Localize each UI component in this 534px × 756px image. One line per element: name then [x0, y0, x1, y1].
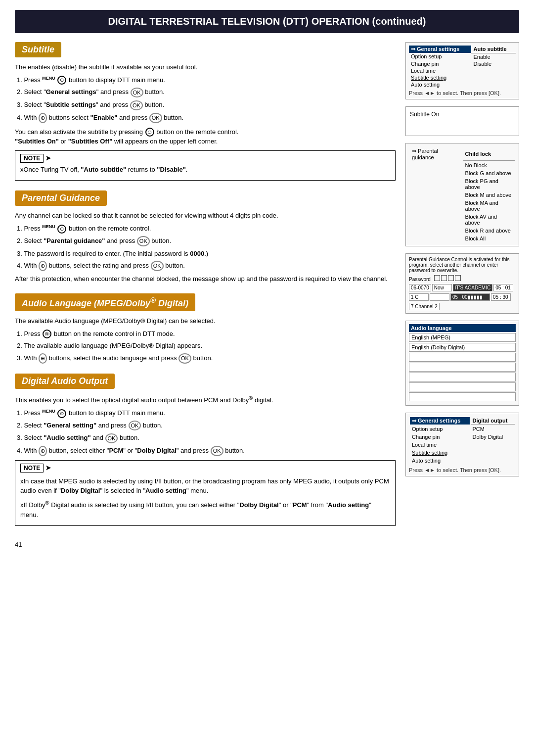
updown-icon-2: ⊕ [39, 261, 47, 271]
channel-7: 7 Channel 2 [409, 303, 440, 310]
disable-cell: Disable [471, 60, 516, 67]
left-column: Subtitle The enables (disable) the subti… [15, 42, 396, 536]
password-row: Password [409, 275, 516, 282]
subtitle-menu-caption: Press ◄► to select. Then press [OK]. [409, 90, 516, 96]
block-av-cell: Block AV and above [463, 213, 515, 226]
parental-menu-ui: ⇒ Parental guidance Child lock No Block … [405, 143, 519, 246]
ok-icon-9: OK [211, 446, 223, 456]
password-squares [434, 275, 461, 281]
block-ma-cell: Block MA and above [463, 199, 515, 212]
auto-setting-cell: Auto setting [409, 81, 471, 88]
digital-note-box: NOTE ➤ xIn case that MPEG audio is selec… [15, 460, 396, 526]
digital-output-table: ⇒ General settings Digital output Option… [409, 416, 516, 465]
subtitle-section: Subtitle The enables (disable) the subti… [15, 42, 396, 181]
ok-icon-7: OK [129, 421, 141, 431]
local-time-cell-2: Local time [410, 441, 470, 448]
audio-lang-dolby: English (Dolby Digital) [409, 343, 516, 352]
change-pin-cell: Change pin [409, 60, 471, 67]
menu-button-icon: ⊙ [57, 76, 66, 85]
channel-time-1: 05 : 01 [493, 284, 513, 291]
digital-step-3: 3. Select "Audio setting" and OK button. [15, 433, 396, 443]
block-pg-cell: Block PG and above [463, 178, 515, 190]
ok-icon-8: OK [105, 433, 118, 444]
block-m-cell: Block M and above [463, 191, 515, 198]
digital-step-4: 4. With ⊕ button, select either "PCM" or… [15, 446, 396, 456]
right-column: ⇒ General settings Auto subtitle Option … [405, 42, 519, 536]
digital-note-1: xIn case that MPEG audio is selected by … [20, 476, 390, 496]
dolby-digital-cell: Dolby Digital [471, 433, 515, 440]
no-block-cell: No Block [463, 162, 515, 169]
enable-cell: Enable [471, 53, 516, 60]
block-all-cell: Block All [463, 235, 515, 242]
digital-output-box: ⇒ General settings Digital output Option… [405, 413, 519, 476]
subtitle-steps: 1. Press MENU ⊙ button to display DTT ma… [15, 75, 396, 123]
digital-output-caption: Press ◄► to select. Then press [OK]. [409, 467, 516, 473]
option-setup-cell-2: Option setup [410, 425, 470, 432]
option-setup-cell: Option setup [409, 53, 471, 60]
change-pin-cell-2: Change pin [410, 433, 470, 440]
subtitle-on-text: Subtitle On [410, 111, 439, 118]
audio-lang-mpeg: English (MPEG) [409, 333, 516, 342]
pass-sq-3 [448, 275, 454, 281]
local-time-cell: Local time [409, 67, 471, 74]
digital-note-2: xIf Dolby® Digital audio is selected by … [20, 499, 390, 520]
ok-icon-1: OK [131, 88, 143, 98]
i-ii-icon: I/II [43, 330, 51, 338]
password-prompt-box: Parental Guidance Control is activated f… [405, 253, 519, 314]
channel-bar: 06-0070 Now IT'S ACADEMIC 05 : 01 [409, 284, 516, 291]
auto-setting-cell-2: Auto setting [410, 457, 470, 464]
subtitle-setting-cell-2: Subtitle setting [410, 449, 470, 456]
subtitle-extra: You can also activate the subtitle by pr… [15, 127, 396, 146]
subtitle-on-box: Subtitle On [405, 106, 519, 136]
channel-program: IT'S ACADEMIC [453, 284, 492, 291]
audio-lang-empty-3 [409, 373, 516, 381]
digital-audio-title: Digital Audio Output [15, 374, 115, 389]
parental-section: Parental Guidance Any channel can be loc… [15, 190, 396, 284]
menu-button-icon-2: ⊙ [57, 225, 66, 234]
pass-sq-1 [434, 275, 440, 281]
channel-num-1: 06-0070 [409, 284, 431, 291]
subtitle-setting-cell: Subtitle setting [409, 74, 471, 81]
gen-settings-cell-2: ⇒ General settings [410, 417, 470, 425]
ok-icon-3: OK [149, 113, 162, 123]
audio-lang-empty-4 [409, 382, 516, 391]
digital-step-1: 1. Press MENU ⊙ button to display DTT ma… [15, 408, 396, 418]
channel-time-end-2: 05 : 30 [491, 293, 511, 301]
general-settings-cell: ⇒ General settings [409, 46, 471, 53]
digital-output-header: Digital output [471, 417, 515, 425]
channel-bar-3: 7 Channel 2 [409, 303, 516, 310]
parental-step-4: 4. With ⊕ buttons, select the rating and… [15, 261, 396, 271]
subtitle-title: Subtitle [15, 42, 61, 57]
audio-lang-box: Audio language English (MPEG) English (D… [405, 321, 519, 406]
parental-step-2: 2. Select "Parental guidance" and press … [15, 236, 396, 246]
page-number: 41 [15, 541, 519, 548]
audio-step-3: 3. With ⊕ buttons, select the audio lang… [15, 353, 396, 364]
digital-audio-steps: 1. Press MENU ⊙ button to display DTT ma… [15, 408, 396, 456]
pass-sq-2 [441, 275, 447, 281]
subtitle-step-3: 3. Select "Subtitle settings" and press … [15, 100, 396, 110]
audio-step-1: 1. Press I/II button on the remote contr… [15, 329, 396, 339]
channel-1c: 1 C [409, 293, 429, 301]
channel-empty-1 [430, 293, 449, 301]
menu-icon-3: MENU [42, 409, 55, 414]
channel-bar-2: 1 C 05 : 00▮▮▮▮▮ 05 : 30 [409, 293, 516, 301]
subtitle-note-text: xOnce Turing TV off, "Auto subtitle" ret… [20, 165, 390, 175]
audio-lang-empty-2 [409, 363, 516, 372]
pcm-cell: PCM [471, 425, 515, 432]
header-title: DIGITAL TERRESTRIAL TELEVISION (DTT) OPE… [108, 16, 426, 27]
block-r-cell: Block R and above [463, 227, 515, 234]
parental-guidance-cell: ⇒ Parental guidance [410, 147, 462, 161]
menu-icon: MENU [42, 76, 55, 81]
audio-step-2: 2. The available audio language (MPEG/Do… [15, 341, 396, 351]
ok-icon-2: OK [130, 100, 143, 111]
audio-steps: 1. Press I/II button on the remote contr… [15, 329, 396, 364]
parental-step-1: 1. Press MENU ⊙ button on the remote con… [15, 224, 396, 234]
channel-time-2: 05 : 00▮▮▮▮▮ [450, 293, 490, 301]
digital-audio-section: Digital Audio Output This enables you to… [15, 374, 396, 526]
subtitle-step-1: 1. Press MENU ⊙ button to display DTT ma… [15, 75, 396, 85]
ok-icon-5: OK [151, 261, 164, 271]
updown-icon-1: ⊕ [39, 113, 47, 123]
remote-icon: ☺ [145, 128, 154, 137]
parental-intro: Any channel can be locked so that it can… [15, 211, 396, 221]
audio-intro: The available Audio language (MPEG/Dolby… [15, 316, 396, 326]
